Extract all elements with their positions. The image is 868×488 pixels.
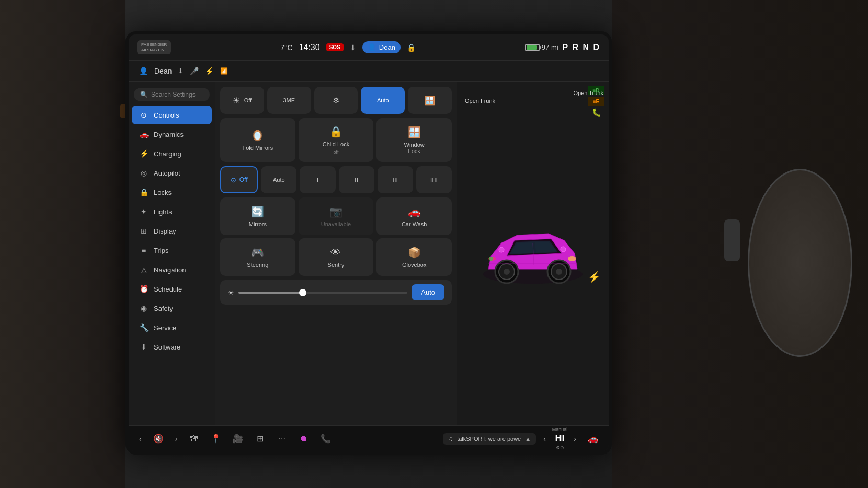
brightness-slider[interactable] <box>238 292 407 294</box>
fan-off-label: Off <box>239 176 248 183</box>
user-bar-icon: 👤 <box>139 67 148 75</box>
sentry-label: Sentry <box>328 262 345 268</box>
apps-icon: ⊞ <box>257 434 264 444</box>
user-name-display: Dean <box>379 43 395 51</box>
child-lock-button[interactable]: 🔒 Child Lock off <box>299 118 374 162</box>
fold-mirrors-button[interactable]: 🪞 Fold Mirrors <box>220 118 295 162</box>
sidebar-item-dynamics[interactable]: 🚗 Dynamics <box>132 125 212 144</box>
lock-icon: 🔒 <box>407 43 416 52</box>
user-bar-bluetooth-icon: ⚡ <box>205 67 214 75</box>
sidebar-charging-label: Charging <box>154 150 181 158</box>
fan-speed-1-button[interactable]: I <box>300 166 335 193</box>
map-button[interactable]: 🗺 <box>185 429 203 448</box>
sidebar-item-locks[interactable]: 🔒 Locks <box>132 183 212 202</box>
fan-level-3-label: III <box>392 176 398 184</box>
car-controls-button[interactable]: 🚗 <box>584 429 602 448</box>
window-lock-button[interactable]: 🪟 WindowLock <box>376 118 452 162</box>
more-button[interactable]: ··· <box>272 429 291 448</box>
sidebar-trips-label: Trips <box>154 247 168 254</box>
child-lock-icon: 🔒 <box>329 125 342 138</box>
open-frunk-button[interactable]: Open Frunk <box>465 97 495 104</box>
schedule-icon: ⏰ <box>139 285 149 293</box>
charging-icon: ⚡ <box>139 149 149 158</box>
auto-brightness-button[interactable]: Auto <box>412 284 444 300</box>
fan-speed-2-button[interactable]: II <box>339 166 374 193</box>
media-info-panel[interactable]: ♫ talkSPORT: we are powe ▲ <box>443 433 536 445</box>
sidebar-item-controls[interactable]: ⊙ Controls <box>132 106 212 124</box>
fan-level-1-label: I <box>317 176 319 184</box>
climate-prev-arrow[interactable]: ‹ <box>539 433 550 445</box>
open-trunk-label: Open Trunk <box>574 90 603 96</box>
music-button[interactable]: ⏺ <box>294 429 313 448</box>
fan-speed-4-button[interactable]: IIII <box>416 166 452 193</box>
battery-fill <box>527 45 537 50</box>
fan-auto-button[interactable]: Auto <box>261 166 296 193</box>
brightness-icon: ☀ <box>227 288 234 297</box>
ac-off-button[interactable]: ☀ Off <box>220 87 264 114</box>
mirrors-adjust-button[interactable]: 🔄 Mirrors <box>220 197 295 235</box>
glovebox-button[interactable]: 📦 Glovebox <box>376 238 452 276</box>
fan-auto-label: Auto <box>273 177 285 183</box>
fan-speed-3-button[interactable]: III <box>378 166 413 193</box>
rear-climate-button[interactable]: 🪟 <box>408 87 452 114</box>
svg-point-3 <box>504 269 510 275</box>
battery-icon <box>525 44 540 51</box>
unavailable-icon: 📷 <box>329 205 342 218</box>
volume-mute-button[interactable]: 🔇 <box>149 429 168 448</box>
phone-button[interactable]: 📞 <box>316 429 335 448</box>
gear-display: P R N D <box>563 43 600 52</box>
car-wash-icon: 🚗 <box>408 205 421 218</box>
sidebar-item-trips[interactable]: ≡ Trips <box>132 241 212 260</box>
open-trunk-button[interactable]: Open Trunk <box>574 89 603 97</box>
svg-point-12 <box>499 247 504 252</box>
taskbar-back-arrow[interactable]: ‹ <box>135 433 146 445</box>
3me-button[interactable]: 3ME <box>267 87 311 114</box>
dynamics-icon: 🚗 <box>139 130 149 138</box>
sidebar-item-safety[interactable]: ◉ Safety <box>132 299 212 318</box>
camera-icon: 🎥 <box>233 434 243 444</box>
sun-icon: ☀ <box>233 96 240 106</box>
navigate-icon: 📍 <box>211 434 221 444</box>
taskbar-forward-arrow[interactable]: › <box>171 433 182 445</box>
sidebar-item-service[interactable]: 🔧 Service <box>132 318 212 337</box>
apps-button[interactable]: ⊞ <box>250 429 269 448</box>
battery-label: 97 mi <box>542 43 558 51</box>
sidebar-locks-label: Locks <box>154 189 172 196</box>
sidebar-item-software[interactable]: ⬇ Software <box>132 338 212 356</box>
steering-button[interactable]: 🎮 Steering <box>220 238 295 276</box>
fan-off-button[interactable]: ⊙ Off <box>220 166 258 193</box>
tesla-screen: PASSENGERAIRBAG ON 7°C 14:30 SOS ⬇ 👤 Dea… <box>125 31 612 455</box>
unavailable-button[interactable]: 📷 Unavailable <box>299 197 374 235</box>
defrost-button[interactable]: ❄ <box>314 87 358 114</box>
auto-climate-button[interactable]: Auto <box>361 87 405 114</box>
user-area[interactable]: 👤 Dean <box>362 41 401 53</box>
mirrors-icon: 🔄 <box>251 205 264 218</box>
navigate-button[interactable]: 📍 <box>207 429 225 448</box>
search-bar[interactable]: 🔍 Search Settings <box>134 88 210 101</box>
car-wash-button[interactable]: 🚗 Car Wash <box>376 197 452 235</box>
user-bar-name: Dean <box>154 67 172 75</box>
climate-temp: HI <box>555 433 565 444</box>
sidebar-item-charging[interactable]: ⚡ Charging <box>132 144 212 163</box>
sos-button[interactable]: SOS <box>326 43 344 51</box>
screen-inner: PASSENGERAIRBAG ON 7°C 14:30 SOS ⬇ 👤 Dea… <box>129 34 609 451</box>
airbag-label: PASSENGERAIRBAG ON <box>141 42 167 52</box>
camera-button[interactable]: 🎥 <box>229 429 247 448</box>
sidebar-item-lights[interactable]: ✦ Lights <box>132 202 212 221</box>
child-lock-col: Child Lock off <box>323 141 349 155</box>
sidebar-schedule-label: Schedule <box>154 285 182 293</box>
media-music-icon: ♫ <box>448 435 453 443</box>
more-icon: ··· <box>279 434 285 444</box>
sentry-button[interactable]: 👁 Sentry <box>299 238 374 276</box>
window-lock-label: WindowLock <box>404 142 425 154</box>
sidebar-item-navigation[interactable]: △ Navigation <box>132 260 212 279</box>
media-chevron-up-icon: ▲ <box>525 436 531 442</box>
climate-mode-label: Manual <box>552 427 568 432</box>
sidebar-item-display[interactable]: ⊞ Display <box>132 222 212 240</box>
climate-fan-icon: ⚙⊙ <box>556 445 564 450</box>
sidebar-item-schedule[interactable]: ⏰ Schedule <box>132 280 212 298</box>
sidebar-item-autopilot[interactable]: ◎ Autopilot <box>132 164 212 182</box>
phone-icon: 📞 <box>321 434 331 444</box>
user-bar-mic-icon: 🎤 <box>190 67 199 75</box>
climate-next-arrow[interactable]: › <box>569 433 580 445</box>
